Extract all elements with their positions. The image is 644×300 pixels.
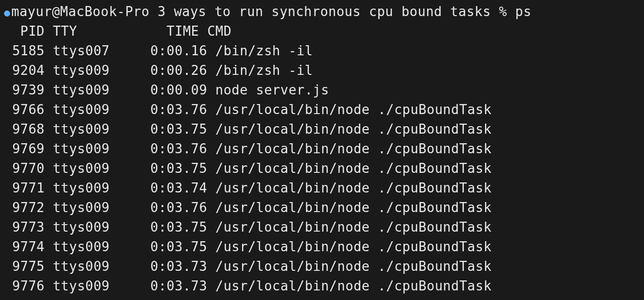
prompt-cwd: 3 ways to run synchronous cpu bound task…	[157, 2, 491, 22]
table-row: 9770 ttys009 0:03.75 /usr/local/bin/node…	[4, 159, 640, 178]
cell-cmd: /usr/local/bin/node ./cpuBoundTask	[215, 102, 492, 117]
cell-time: 0:03.75	[126, 220, 207, 235]
cell-time: 0:03.74	[126, 180, 207, 195]
cell-cmd: /usr/local/bin/node ./cpuBoundTask	[215, 220, 492, 235]
col-pid	[4, 24, 20, 39]
cell-tty: ttys009	[53, 102, 126, 117]
cell-cmd: /usr/local/bin/node ./cpuBoundTask	[215, 161, 492, 176]
cell-cmd: /usr/local/bin/node ./cpuBoundTask	[215, 180, 492, 195]
cell-tty: ttys009	[53, 259, 126, 274]
cell-cmd: /usr/local/bin/node ./cpuBoundTask	[215, 239, 492, 254]
table-row: 9204 ttys009 0:00.26 /bin/zsh -il	[4, 61, 640, 80]
cell-time: 0:03.75	[126, 122, 207, 137]
cell-time: 0:00.16	[126, 43, 207, 58]
cell-cmd: node server.js	[215, 82, 329, 97]
prompt-host: MacBook-Pro	[60, 2, 149, 22]
table-row: 9774 ttys009 0:03.75 /usr/local/bin/node…	[4, 237, 640, 257]
cell-cmd: /usr/local/bin/node ./cpuBoundTask	[215, 278, 492, 293]
cell-cmd: /bin/zsh -il	[215, 63, 313, 78]
cell-time: 0:00.09	[126, 82, 207, 97]
cell-time: 0:03.76	[126, 141, 207, 156]
header-tty: TTY	[53, 24, 77, 39]
cell-tty: ttys009	[53, 122, 126, 137]
cell-pid: 9772	[4, 200, 45, 215]
cell-tty: ttys009	[53, 180, 126, 195]
prompt-user: mayur	[12, 2, 52, 22]
prompt-command: ps	[515, 2, 531, 22]
cell-tty: ttys009	[53, 161, 126, 176]
cell-cmd: /usr/local/bin/node ./cpuBoundTask	[215, 122, 492, 137]
cell-time: 0:00.26	[126, 63, 207, 78]
cell-time: 0:03.76	[126, 102, 207, 117]
table-row: 5185 ttys007 0:00.16 /bin/zsh -il	[4, 41, 640, 61]
cell-tty: ttys009	[53, 82, 126, 97]
cell-pid: 9776	[4, 278, 45, 293]
cell-pid: 9770	[4, 161, 45, 176]
header-cmd: CMD	[207, 24, 231, 39]
cell-time: 0:03.76	[126, 200, 207, 215]
process-list: 5185 ttys007 0:00.16 /bin/zsh -il 9204 t…	[4, 41, 640, 296]
cell-tty: ttys009	[53, 220, 126, 235]
cell-tty: ttys009	[53, 200, 126, 215]
table-row: 9739 ttys009 0:00.09 node server.js	[4, 80, 640, 100]
cell-pid: 9771	[4, 180, 45, 195]
prompt-symbol: %	[499, 2, 507, 22]
table-row: 9773 ttys009 0:03.75 /usr/local/bin/node…	[4, 218, 640, 237]
table-row: 9768 ttys009 0:03.75 /usr/local/bin/node…	[4, 120, 640, 139]
cell-time: 0:03.73	[126, 278, 207, 293]
cell-tty: ttys009	[53, 278, 126, 293]
cell-pid: 9768	[4, 122, 45, 137]
cell-tty: ttys009	[53, 63, 126, 78]
cell-pid: 9769	[4, 141, 45, 156]
at-sign: @	[52, 2, 60, 22]
table-row: 9775 ttys009 0:03.73 /usr/local/bin/node…	[4, 257, 640, 276]
cell-tty: ttys007	[53, 43, 126, 58]
cell-time: 0:03.75	[126, 239, 207, 254]
ps-header-row: PID TTY TIME CMD	[4, 22, 640, 41]
cell-time: 0:03.75	[126, 161, 207, 176]
table-row: 9772 ttys009 0:03.76 /usr/local/bin/node…	[4, 198, 640, 218]
header-pid: PID	[20, 24, 44, 39]
cell-cmd: /usr/local/bin/node ./cpuBoundTask	[215, 259, 492, 274]
cell-pid: 9774	[4, 239, 45, 254]
cell-pid: 9739	[4, 82, 45, 97]
cell-cmd: /usr/local/bin/node ./cpuBoundTask	[215, 200, 492, 215]
table-row: 9766 ttys009 0:03.76 /usr/local/bin/node…	[4, 100, 640, 120]
cell-pid: 9775	[4, 259, 45, 274]
cell-cmd: /bin/zsh -il	[215, 43, 313, 58]
terminal-output[interactable]: ● mayur@MacBook-Pro 3 ways to run synchr…	[4, 2, 640, 296]
cell-tty: ttys009	[53, 239, 126, 254]
table-row: 9771 ttys009 0:03.74 /usr/local/bin/node…	[4, 178, 640, 198]
cell-pid: 9766	[4, 102, 45, 117]
cell-tty: ttys009	[53, 141, 126, 156]
cell-pid: 9773	[4, 220, 45, 235]
cell-time: 0:03.73	[126, 259, 207, 274]
header-time: TIME	[167, 24, 199, 39]
cell-pid: 5185	[4, 43, 45, 58]
shell-prompt-line: ● mayur@MacBook-Pro 3 ways to run synchr…	[4, 2, 640, 22]
table-row: 9776 ttys009 0:03.73 /usr/local/bin/node…	[4, 276, 640, 296]
cell-cmd: /usr/local/bin/node ./cpuBoundTask	[215, 141, 492, 156]
prompt-bullet-icon: ●	[4, 5, 11, 20]
table-row: 9769 ttys009 0:03.76 /usr/local/bin/node…	[4, 139, 640, 159]
cell-pid: 9204	[4, 63, 45, 78]
